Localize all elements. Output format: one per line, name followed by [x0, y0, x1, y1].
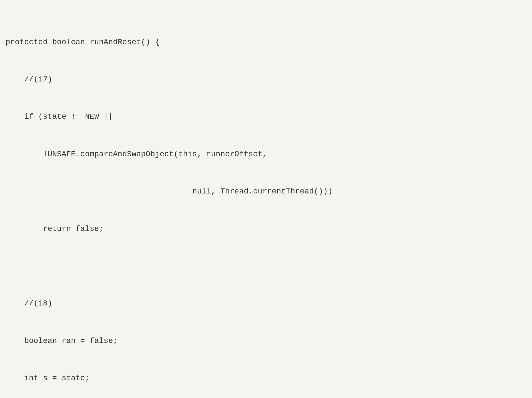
code-line-5: null, Thread.currentThread())): [6, 185, 515, 198]
code-line-9: boolean ran = false;: [6, 335, 515, 347]
code-line-2: //(17): [6, 73, 515, 86]
page-container: protected boolean runAndReset() { //(17)…: [0, 0, 532, 398]
code-line-4: !UNSAFE.compareAndSwapObject(this, runne…: [6, 148, 515, 161]
code-line-8: //(18): [6, 297, 515, 310]
code-line-1: protected boolean runAndReset() {: [6, 36, 515, 49]
code-line-10: int s = state;: [6, 372, 515, 385]
code-line-7: [6, 260, 515, 273]
code-line-3: if (state != NEW ||: [6, 111, 515, 123]
code-line-6: return false;: [6, 223, 515, 235]
code-block: protected boolean runAndReset() { //(17)…: [6, 11, 515, 398]
